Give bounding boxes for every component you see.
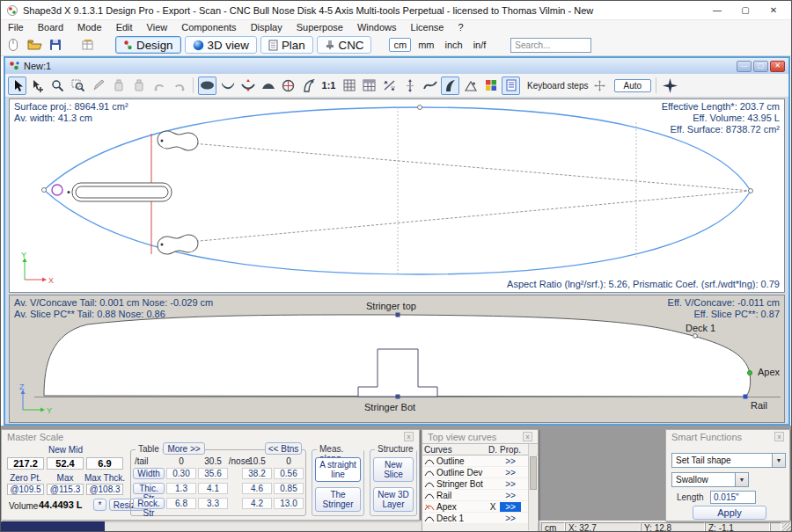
menu-view[interactable]: View <box>140 21 175 33</box>
menu-file[interactable]: File <box>1 21 31 33</box>
rock-c4[interactable]: 13.0 <box>274 498 304 509</box>
rock-c1[interactable]: 6.8 <box>166 498 196 509</box>
curve-row-outline[interactable]: Outline>> <box>422 455 538 467</box>
the-stringer-button[interactable]: The Stringer <box>315 487 361 512</box>
length-value[interactable]: 217.2 <box>7 457 44 470</box>
curve-row-rail[interactable]: Rail>> <box>422 490 538 501</box>
menu-license[interactable]: License <box>404 21 451 33</box>
select-tool[interactable] <box>8 77 26 95</box>
function-dropdown[interactable]: Set Tail shape▼ <box>671 453 786 468</box>
cnc-button[interactable]: CNC <box>317 36 372 54</box>
unit-inf[interactable]: in/f <box>470 39 490 51</box>
smart-functions-close-icon[interactable]: x <box>774 432 784 441</box>
deck-view-tool[interactable] <box>259 77 277 95</box>
save-icon[interactable] <box>47 36 64 54</box>
thic-c2[interactable]: 4.1 <box>198 483 228 494</box>
export-scan-icon[interactable] <box>78 36 96 54</box>
prop-button[interactable]: >> <box>500 468 521 477</box>
select-plus-tool[interactable] <box>28 77 47 95</box>
curve-row-apex[interactable]: ApexX>> <box>422 501 538 513</box>
rock-c2[interactable]: 3.3 <box>198 498 228 509</box>
fin-view-tool[interactable] <box>441 77 459 95</box>
edit-points-tool[interactable] <box>89 77 107 95</box>
width-row-button[interactable]: Width <box>133 468 165 479</box>
auto-button[interactable]: Auto <box>614 79 652 92</box>
thic-c4[interactable]: 0.85 <box>274 483 304 494</box>
outline-view-tool[interactable] <box>198 77 216 95</box>
width-c3[interactable]: 38.2 <box>242 468 272 479</box>
3d-view-button[interactable]: 3D view <box>185 36 257 54</box>
max-thck-value[interactable]: @108.3 <box>86 484 123 495</box>
tail-shape-dropdown[interactable]: Swallow▼ <box>671 472 749 487</box>
prop-button[interactable]: >> <box>500 491 521 500</box>
prop-button-selected[interactable]: >> <box>500 502 521 512</box>
zoom-tool[interactable] <box>48 77 67 95</box>
compass-star-icon[interactable] <box>661 77 679 95</box>
top-view-panel[interactable]: Surface proj.: 8964.91 cm²Av. width: 41.… <box>9 98 785 293</box>
curve-row-outline-dev[interactable]: Outline Dev>> <box>422 467 538 478</box>
maximize-icon[interactable]: ▢ <box>733 3 758 18</box>
mouse-settings-icon[interactable] <box>4 36 22 54</box>
unit-cm[interactable]: cm <box>389 38 411 52</box>
new-3d-layer-button[interactable]: New 3D Layer <box>373 487 414 512</box>
open-file-icon[interactable] <box>26 36 43 54</box>
doc-maximize-icon[interactable]: ▢ <box>753 61 768 72</box>
undo-icon[interactable] <box>150 77 168 95</box>
slice-curve-tool[interactable] <box>421 77 439 95</box>
width-c1[interactable]: 0.30 <box>166 468 196 479</box>
apply-button[interactable]: Apply <box>693 506 766 520</box>
menu-superpose[interactable]: Superpose <box>290 21 350 33</box>
measurements-list-tool[interactable] <box>502 77 520 95</box>
thickness-value[interactable]: 6.9 <box>86 457 123 470</box>
redo-icon[interactable] <box>170 77 188 95</box>
grid-toggle[interactable] <box>340 77 358 95</box>
rock-c3[interactable]: 4.2 <box>242 498 272 509</box>
menu-display[interactable]: Display <box>244 21 290 33</box>
straight-line-button[interactable]: A straight line <box>315 457 361 482</box>
curves-panel-close-icon[interactable]: x <box>523 432 532 441</box>
chevron-down-icon[interactable]: ▼ <box>772 454 785 467</box>
slice-view-panel[interactable]: Av. V/Concave Tail: 0.001 cm Nose: -0.02… <box>9 295 785 423</box>
length-input[interactable] <box>710 491 756 504</box>
fin-edit-tool[interactable] <box>299 77 318 95</box>
width-value[interactable]: 52.4 <box>47 457 84 470</box>
menu-components[interactable]: Components <box>174 21 243 33</box>
master-scale-close-icon[interactable]: x <box>404 432 414 441</box>
slice-position-tool[interactable] <box>279 77 297 95</box>
thic-row-button[interactable]: Thic. Str <box>133 483 165 494</box>
one-to-one-toggle[interactable]: 1:1 <box>319 77 338 95</box>
menu-board[interactable]: Board <box>31 21 70 33</box>
colors-tool[interactable] <box>481 77 500 95</box>
menu-help[interactable]: ? <box>451 21 470 33</box>
menu-windows[interactable]: Windows <box>350 21 404 33</box>
menu-mode[interactable]: Mode <box>70 21 109 33</box>
paste-tool[interactable] <box>129 77 148 95</box>
document-title-bar[interactable]: New:1 — ▢ ✕ <box>5 58 788 74</box>
rocker-view-tool[interactable] <box>218 77 237 95</box>
volume-star-button[interactable]: * <box>93 499 106 511</box>
rock-row-button[interactable]: Rock. Str <box>133 498 165 509</box>
new-slice-button[interactable]: New Slice <box>373 457 414 482</box>
curves-scrollbar[interactable] <box>528 444 537 530</box>
curve-row-deck1[interactable]: Deck 1>> <box>422 513 538 524</box>
unit-mm[interactable]: mm <box>414 39 437 51</box>
design-mode-button[interactable]: Design <box>115 36 181 54</box>
search-input[interactable] <box>510 38 591 53</box>
doc-minimize-icon[interactable]: — <box>737 61 752 72</box>
copy-tool[interactable] <box>109 77 128 95</box>
prop-button[interactable]: >> <box>500 456 521 466</box>
chevron-down-icon[interactable]: ▼ <box>735 473 748 486</box>
zero-pt-value[interactable]: @109.5 <box>7 484 44 495</box>
more-button[interactable]: More >> <box>163 442 205 455</box>
zoom-window-tool[interactable] <box>69 77 87 95</box>
close-icon[interactable]: ✕ <box>761 3 786 18</box>
menu-edit[interactable]: Edit <box>109 21 140 33</box>
prop-button[interactable]: >> <box>500 514 521 523</box>
width-c2[interactable]: 35.6 <box>198 468 228 479</box>
minimize-icon[interactable]: — <box>705 3 730 18</box>
plan-button[interactable]: Plan <box>260 36 313 54</box>
table-view-toggle[interactable] <box>360 77 378 95</box>
thickness-view-tool[interactable] <box>238 77 257 95</box>
prop-button[interactable]: >> <box>500 479 521 489</box>
doc-close-icon[interactable]: ✕ <box>770 61 785 72</box>
